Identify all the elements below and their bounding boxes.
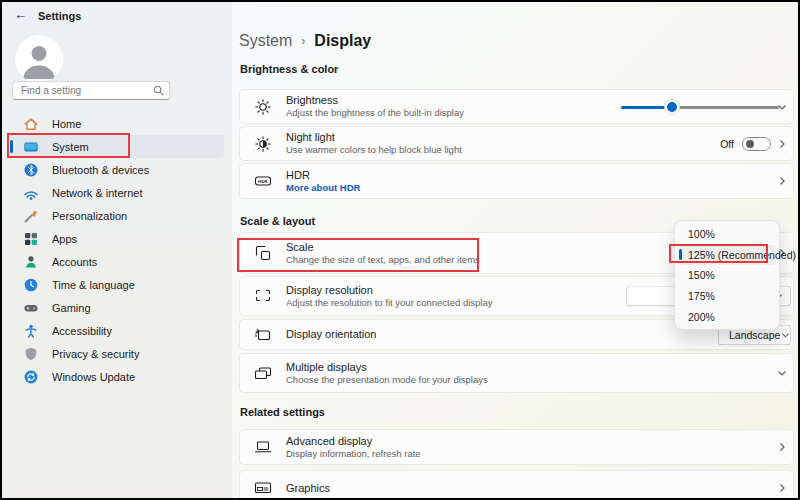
home-icon: [23, 116, 39, 132]
brightness-slider[interactable]: [621, 101, 779, 113]
page-title: Display: [314, 32, 371, 50]
sidebar-item-windows-update[interactable]: Windows Update: [10, 365, 224, 388]
sidebar: ← Settings: [2, 2, 232, 498]
scale-option-200[interactable]: 200%: [678, 306, 776, 327]
chevron-right-icon[interactable]: [776, 441, 788, 453]
sidebar-item-label: Accounts: [52, 256, 97, 268]
night-light-toggle[interactable]: [742, 137, 771, 151]
settings-window: ← Settings: [0, 0, 800, 500]
display-orientation-value: Landscape: [719, 329, 780, 341]
display-orientation-title: Display orientation: [286, 328, 377, 341]
night-light-state: Off: [720, 138, 734, 150]
sidebar-item-time-language[interactable]: Time & language: [10, 273, 224, 296]
sidebar-item-label: Apps: [52, 233, 77, 245]
scale-option-150[interactable]: 150%: [678, 265, 776, 286]
night-light-icon: [254, 135, 272, 153]
brightness-row[interactable]: Brightness Adjust the brightness of the …: [239, 89, 794, 124]
network-icon: [23, 185, 39, 201]
chevron-right-icon[interactable]: [776, 175, 788, 187]
sidebar-item-apps[interactable]: Apps: [10, 227, 224, 250]
time-language-icon: [23, 277, 39, 293]
privacy-security-icon: [23, 346, 39, 362]
personalization-icon: [23, 208, 39, 224]
breadcrumb-system[interactable]: System: [239, 32, 292, 50]
scale-option-125-recommended[interactable]: 125% (Recommended): [678, 245, 776, 266]
multiple-displays-icon: [254, 364, 272, 382]
sidebar-item-label: Personalization: [52, 210, 127, 222]
accounts-icon: [23, 254, 39, 270]
hdr-icon: HDR: [254, 172, 272, 190]
sidebar-item-bluetooth-devices[interactable]: Bluetooth & devices: [10, 158, 224, 181]
scale-subtitle: Change the size of text, apps, and other…: [286, 254, 480, 266]
scale-title: Scale: [286, 241, 480, 254]
section-related-settings: Related settings: [240, 406, 325, 418]
search-icon: [153, 85, 164, 96]
avatar[interactable]: [15, 35, 63, 83]
display-resolution-icon: [254, 287, 272, 305]
windows-update-icon: [23, 369, 39, 385]
sidebar-item-network-internet[interactable]: Network & internet: [10, 181, 224, 204]
hdr-more-link[interactable]: More about HDR: [286, 182, 360, 194]
graphics-icon: [254, 479, 272, 497]
brightness-subtitle: Adjust the brightness of the built-in di…: [286, 107, 464, 119]
chevron-down-icon[interactable]: [776, 101, 788, 113]
multiple-displays-subtitle: Choose the presentation mode for your di…: [286, 374, 488, 386]
scale-option-175[interactable]: 175%: [678, 286, 776, 307]
search-box[interactable]: [12, 81, 170, 100]
advanced-display-icon: [254, 438, 272, 456]
brightness-icon: [254, 98, 272, 116]
graphics-row[interactable]: Graphics: [239, 470, 794, 500]
night-light-row[interactable]: Night light Use warmer colors to help bl…: [239, 126, 794, 161]
svg-text:HDR: HDR: [258, 179, 268, 184]
person-icon: [15, 35, 63, 83]
sidebar-item-system[interactable]: System: [10, 135, 224, 158]
sidebar-item-privacy-security[interactable]: Privacy & security: [10, 342, 224, 365]
sidebar-item-gaming[interactable]: Gaming: [10, 296, 224, 319]
scale-icon: [254, 244, 272, 262]
multiple-displays-row[interactable]: Multiple displays Choose the presentatio…: [239, 353, 794, 393]
section-brightness-color: Brightness & color: [240, 63, 338, 75]
sidebar-item-label: Gaming: [52, 302, 91, 314]
scale-dropdown-popup: 100% 125% (Recommended) 150% 175% 200%: [674, 220, 780, 330]
sidebar-item-label: System: [52, 141, 89, 153]
sidebar-item-personalization[interactable]: Personalization: [10, 204, 224, 227]
sidebar-item-label: Windows Update: [52, 371, 135, 383]
main-content: System › Display Brightness & color Brig…: [232, 2, 798, 498]
sidebar-item-label: Privacy & security: [52, 348, 139, 360]
brightness-slider-thumb[interactable]: [667, 102, 677, 112]
graphics-title: Graphics: [286, 482, 330, 495]
system-icon: [23, 139, 39, 155]
chevron-down-icon[interactable]: [776, 367, 788, 379]
sidebar-item-label: Time & language: [52, 279, 135, 291]
gaming-icon: [23, 300, 39, 316]
brightness-slider-fill: [621, 106, 672, 109]
hdr-title: HDR: [286, 169, 360, 182]
hdr-row[interactable]: HDR HDR More about HDR: [239, 163, 794, 199]
chevron-right-icon[interactable]: [776, 138, 788, 150]
sidebar-item-accessibility[interactable]: Accessibility: [10, 319, 224, 342]
window-title: Settings: [38, 10, 81, 22]
accessibility-icon: [23, 323, 39, 339]
multiple-displays-title: Multiple displays: [286, 361, 488, 374]
sidebar-nav: Home System Bluetooth: [2, 112, 232, 388]
brightness-title: Brightness: [286, 94, 464, 107]
sidebar-item-accounts[interactable]: Accounts: [10, 250, 224, 273]
scale-option-100[interactable]: 100%: [678, 224, 776, 245]
toggle-knob: [746, 140, 754, 148]
breadcrumb: System › Display: [239, 32, 371, 50]
sidebar-item-label: Home: [52, 118, 81, 130]
night-light-title: Night light: [286, 131, 462, 144]
sidebar-item-label: Bluetooth & devices: [52, 164, 149, 176]
night-light-subtitle: Use warmer colors to help block blue lig…: [286, 144, 462, 156]
advanced-display-title: Advanced display: [286, 435, 421, 448]
search-input[interactable]: [21, 85, 153, 96]
display-resolution-subtitle: Adjust the resolution to fit your connec…: [286, 297, 492, 309]
display-resolution-title: Display resolution: [286, 284, 492, 297]
bluetooth-icon: [23, 162, 39, 178]
advanced-display-row[interactable]: Advanced display Display information, re…: [239, 429, 794, 465]
display-orientation-icon: [254, 326, 272, 344]
chevron-right-icon[interactable]: [776, 482, 788, 494]
back-button[interactable]: ←: [14, 7, 27, 22]
sidebar-item-label: Network & internet: [52, 187, 142, 199]
sidebar-item-home[interactable]: Home: [10, 112, 224, 135]
